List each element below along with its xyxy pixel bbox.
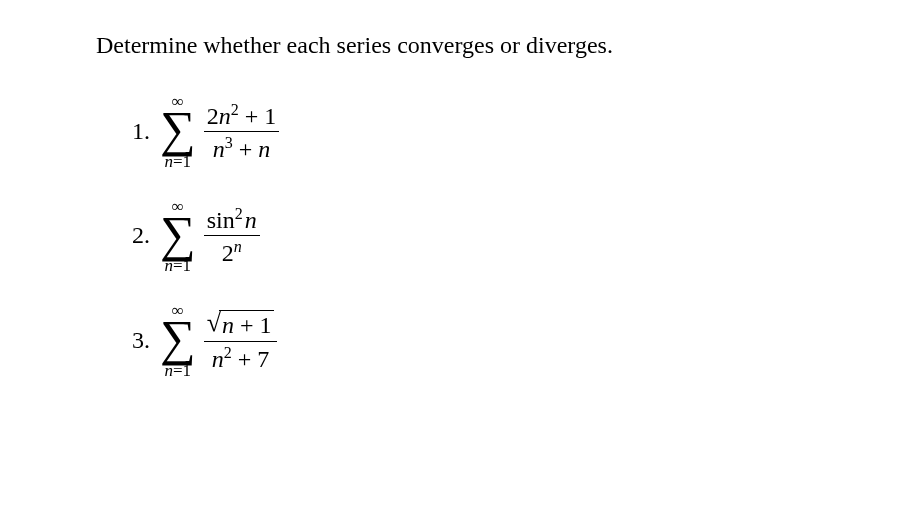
sigma-lower-limit: n=1 xyxy=(165,362,192,379)
sigma-glyph: ∑ xyxy=(160,317,196,360)
problem-1: 1. ∞ ∑ n=1 2n2 + 1 n3 + n xyxy=(132,93,902,170)
sigma-symbol: ∞ ∑ n=1 xyxy=(160,93,196,170)
problem-2-number: 2. xyxy=(132,222,150,249)
radicand: n + 1 xyxy=(219,310,275,338)
sigma-glyph: ∑ xyxy=(160,108,196,151)
denominator: n3 + n xyxy=(210,135,274,161)
sigma-glyph: ∑ xyxy=(160,213,196,256)
denominator: 2n xyxy=(219,239,245,265)
problem-3-number: 3. xyxy=(132,327,150,354)
fraction: sin2n 2n xyxy=(204,206,260,265)
fraction-bar xyxy=(204,235,260,236)
sigma-lower-limit: n=1 xyxy=(165,153,192,170)
denominator: n2 + 7 xyxy=(209,345,273,371)
instruction-text: Determine whether each series converges … xyxy=(96,32,902,59)
numerator: 2n2 + 1 xyxy=(204,102,280,128)
numerator: sin2n xyxy=(204,206,260,232)
problem-1-number: 1. xyxy=(132,118,150,145)
sigma-symbol: ∞ ∑ n=1 xyxy=(160,198,196,275)
sigma-lower-limit: n=1 xyxy=(165,257,192,274)
fraction: √ n + 1 n2 + 7 xyxy=(204,310,278,371)
fraction: 2n2 + 1 n3 + n xyxy=(204,102,280,161)
square-root: √ n + 1 xyxy=(207,310,275,338)
problem-3: 3. ∞ ∑ n=1 √ n + 1 n2 + 7 xyxy=(132,302,902,379)
problem-2: 2. ∞ ∑ n=1 sin2n 2n xyxy=(132,198,902,275)
sigma-symbol: ∞ ∑ n=1 xyxy=(160,302,196,379)
fraction-bar xyxy=(204,131,280,132)
problem-list: 1. ∞ ∑ n=1 2n2 + 1 n3 + n 2. ∞ ∑ n=1 sin… xyxy=(96,93,902,379)
numerator: √ n + 1 xyxy=(204,310,278,338)
fraction-bar xyxy=(204,341,278,342)
